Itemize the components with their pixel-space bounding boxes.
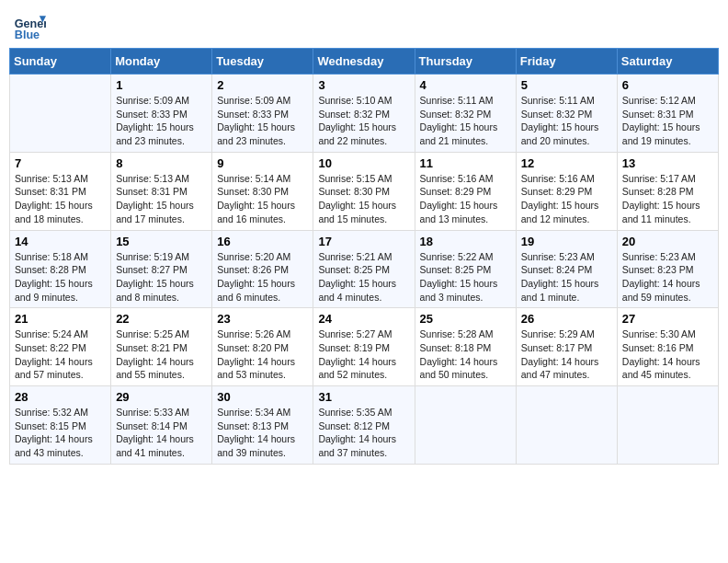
day-info: Sunrise: 5:11 AM Sunset: 8:32 PM Dayligh… (521, 94, 612, 148)
weekday-header: Tuesday (212, 49, 313, 75)
calendar-cell (415, 386, 516, 465)
calendar-cell: 20 Sunrise: 5:23 AM Sunset: 8:23 PM Dayl… (617, 230, 718, 308)
day-number: 20 (622, 235, 713, 248)
calendar-cell: 3 Sunrise: 5:10 AM Sunset: 8:32 PM Dayli… (313, 75, 415, 153)
day-number: 6 (622, 78, 713, 92)
day-number: 31 (318, 390, 409, 404)
calendar-cell: 30 Sunrise: 5:34 AM Sunset: 8:13 PM Dayl… (212, 386, 313, 465)
day-number: 9 (217, 156, 308, 170)
calendar-week-row: 28 Sunrise: 5:32 AM Sunset: 8:15 PM Dayl… (10, 386, 719, 465)
day-number: 19 (521, 235, 612, 248)
calendar-cell (516, 386, 617, 465)
calendar-cell: 24 Sunrise: 5:27 AM Sunset: 8:19 PM Dayl… (313, 308, 415, 386)
day-number: 7 (15, 156, 106, 170)
calendar-cell: 18 Sunrise: 5:22 AM Sunset: 8:25 PM Dayl… (415, 230, 516, 308)
day-number: 18 (420, 235, 511, 248)
calendar-table: SundayMondayTuesdayWednesdayThursdayFrid… (9, 48, 719, 465)
calendar-cell: 4 Sunrise: 5:11 AM Sunset: 8:32 PM Dayli… (415, 75, 516, 153)
day-number: 11 (420, 156, 511, 170)
day-info: Sunrise: 5:26 AM Sunset: 8:20 PM Dayligh… (217, 327, 308, 382)
day-number: 10 (318, 156, 409, 170)
calendar-week-row: 14 Sunrise: 5:18 AM Sunset: 8:28 PM Dayl… (10, 230, 719, 308)
day-info: Sunrise: 5:09 AM Sunset: 8:33 PM Dayligh… (217, 94, 308, 148)
day-info: Sunrise: 5:30 AM Sunset: 8:16 PM Dayligh… (622, 327, 713, 382)
calendar-cell: 19 Sunrise: 5:23 AM Sunset: 8:24 PM Dayl… (516, 230, 617, 308)
day-info: Sunrise: 5:10 AM Sunset: 8:32 PM Dayligh… (318, 94, 409, 148)
calendar-cell: 26 Sunrise: 5:29 AM Sunset: 8:17 PM Dayl… (516, 308, 617, 386)
day-number: 1 (116, 78, 207, 92)
calendar-cell: 16 Sunrise: 5:20 AM Sunset: 8:26 PM Dayl… (212, 230, 313, 308)
calendar-cell: 7 Sunrise: 5:13 AM Sunset: 8:31 PM Dayli… (10, 152, 111, 230)
calendar-cell: 25 Sunrise: 5:28 AM Sunset: 8:18 PM Dayl… (415, 308, 516, 386)
calendar-cell: 22 Sunrise: 5:25 AM Sunset: 8:21 PM Dayl… (111, 308, 212, 386)
day-info: Sunrise: 5:23 AM Sunset: 8:24 PM Dayligh… (521, 250, 612, 304)
day-info: Sunrise: 5:17 AM Sunset: 8:28 PM Dayligh… (622, 172, 713, 226)
day-info: Sunrise: 5:11 AM Sunset: 8:32 PM Dayligh… (420, 94, 511, 148)
day-info: Sunrise: 5:24 AM Sunset: 8:22 PM Dayligh… (15, 327, 106, 382)
page-header: General Blue (9, 9, 719, 42)
day-number: 23 (217, 312, 308, 326)
calendar-cell: 15 Sunrise: 5:19 AM Sunset: 8:27 PM Dayl… (111, 230, 212, 308)
day-info: Sunrise: 5:13 AM Sunset: 8:31 PM Dayligh… (116, 172, 207, 226)
calendar-cell: 8 Sunrise: 5:13 AM Sunset: 8:31 PM Dayli… (111, 152, 212, 230)
day-number: 4 (420, 78, 511, 92)
calendar-cell: 28 Sunrise: 5:32 AM Sunset: 8:15 PM Dayl… (10, 386, 111, 465)
day-number: 2 (217, 78, 308, 92)
calendar-cell: 23 Sunrise: 5:26 AM Sunset: 8:20 PM Dayl… (212, 308, 313, 386)
day-info: Sunrise: 5:21 AM Sunset: 8:25 PM Dayligh… (318, 250, 409, 304)
day-info: Sunrise: 5:20 AM Sunset: 8:26 PM Dayligh… (217, 250, 308, 304)
calendar-cell: 14 Sunrise: 5:18 AM Sunset: 8:28 PM Dayl… (10, 230, 111, 308)
svg-text:Blue: Blue (15, 29, 40, 41)
calendar-cell: 2 Sunrise: 5:09 AM Sunset: 8:33 PM Dayli… (212, 75, 313, 153)
day-info: Sunrise: 5:22 AM Sunset: 8:25 PM Dayligh… (420, 250, 511, 304)
calendar-cell: 29 Sunrise: 5:33 AM Sunset: 8:14 PM Dayl… (111, 386, 212, 465)
logo-icon: General Blue (13, 9, 46, 42)
day-number: 21 (15, 312, 106, 326)
calendar-cell: 17 Sunrise: 5:21 AM Sunset: 8:25 PM Dayl… (313, 230, 415, 308)
day-number: 26 (521, 312, 612, 326)
day-info: Sunrise: 5:09 AM Sunset: 8:33 PM Dayligh… (116, 94, 207, 148)
day-number: 29 (116, 390, 207, 404)
calendar-cell: 10 Sunrise: 5:15 AM Sunset: 8:30 PM Dayl… (313, 152, 415, 230)
day-number: 13 (622, 156, 713, 170)
calendar-cell: 13 Sunrise: 5:17 AM Sunset: 8:28 PM Dayl… (617, 152, 718, 230)
day-number: 17 (318, 235, 409, 248)
calendar-cell: 27 Sunrise: 5:30 AM Sunset: 8:16 PM Dayl… (617, 308, 718, 386)
day-info: Sunrise: 5:18 AM Sunset: 8:28 PM Dayligh… (15, 250, 106, 304)
day-number: 22 (116, 312, 207, 326)
day-info: Sunrise: 5:13 AM Sunset: 8:31 PM Dayligh… (15, 172, 106, 226)
calendar-cell: 9 Sunrise: 5:14 AM Sunset: 8:30 PM Dayli… (212, 152, 313, 230)
calendar-cell (617, 386, 718, 465)
logo: General Blue (13, 9, 50, 42)
calendar-cell: 12 Sunrise: 5:16 AM Sunset: 8:29 PM Dayl… (516, 152, 617, 230)
day-number: 28 (15, 390, 106, 404)
calendar-cell: 6 Sunrise: 5:12 AM Sunset: 8:31 PM Dayli… (617, 75, 718, 153)
day-number: 12 (521, 156, 612, 170)
day-info: Sunrise: 5:15 AM Sunset: 8:30 PM Dayligh… (318, 172, 409, 226)
weekday-header: Saturday (617, 49, 718, 75)
day-number: 16 (217, 235, 308, 248)
day-info: Sunrise: 5:16 AM Sunset: 8:29 PM Dayligh… (521, 172, 612, 226)
calendar-cell (10, 75, 111, 153)
day-number: 25 (420, 312, 511, 326)
calendar-cell: 1 Sunrise: 5:09 AM Sunset: 8:33 PM Dayli… (111, 75, 212, 153)
day-info: Sunrise: 5:35 AM Sunset: 8:12 PM Dayligh… (318, 406, 409, 460)
day-info: Sunrise: 5:16 AM Sunset: 8:29 PM Dayligh… (420, 172, 511, 226)
day-info: Sunrise: 5:25 AM Sunset: 8:21 PM Dayligh… (116, 327, 207, 382)
day-number: 24 (318, 312, 409, 326)
day-info: Sunrise: 5:29 AM Sunset: 8:17 PM Dayligh… (521, 327, 612, 382)
day-number: 30 (217, 390, 308, 404)
day-number: 15 (116, 235, 207, 248)
day-info: Sunrise: 5:19 AM Sunset: 8:27 PM Dayligh… (116, 250, 207, 304)
day-info: Sunrise: 5:28 AM Sunset: 8:18 PM Dayligh… (420, 327, 511, 382)
weekday-header: Friday (516, 49, 617, 75)
day-info: Sunrise: 5:32 AM Sunset: 8:15 PM Dayligh… (15, 406, 106, 460)
weekday-header: Sunday (10, 49, 111, 75)
day-info: Sunrise: 5:27 AM Sunset: 8:19 PM Dayligh… (318, 327, 409, 382)
day-number: 8 (116, 156, 207, 170)
day-number: 27 (622, 312, 713, 326)
calendar-header-row: SundayMondayTuesdayWednesdayThursdayFrid… (10, 49, 719, 75)
day-info: Sunrise: 5:23 AM Sunset: 8:23 PM Dayligh… (622, 250, 713, 304)
weekday-header: Thursday (415, 49, 516, 75)
calendar-cell: 5 Sunrise: 5:11 AM Sunset: 8:32 PM Dayli… (516, 75, 617, 153)
